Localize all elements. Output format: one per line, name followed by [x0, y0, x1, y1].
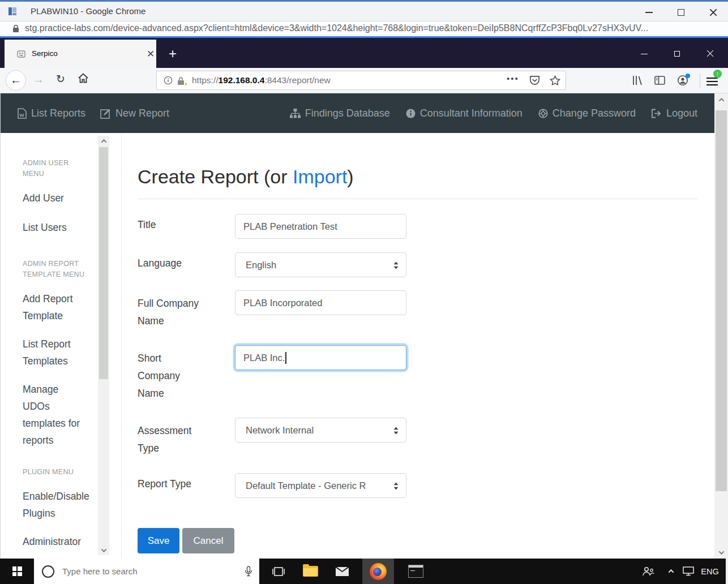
- cortana-icon[interactable]: [42, 565, 54, 578]
- sidebar-item-enable-disable-plugins[interactable]: Enable/Disable Plugins: [23, 488, 83, 522]
- report-type-label: Report Type: [138, 475, 201, 493]
- scroll-thumb[interactable]: [716, 110, 727, 491]
- sidebar-item-manage-udos[interactable]: Manage UDOs templates for reports: [23, 381, 83, 449]
- short-company-label: Short Company Name: [138, 350, 201, 402]
- start-button[interactable]: [0, 559, 34, 584]
- nav-logout[interactable]: Logout: [652, 108, 697, 119]
- tray-expand-button[interactable]: [661, 559, 680, 584]
- language-select[interactable]: English: [235, 252, 406, 277]
- sidebar-item-list-users[interactable]: List Users: [23, 219, 83, 236]
- remote-app-icon: [8, 7, 17, 16]
- bookmark-star-icon[interactable]: [550, 75, 560, 85]
- tab-title: Serpico: [32, 49, 58, 58]
- nav-consultant-information[interactable]: Consultant Information: [406, 108, 523, 119]
- chrome-close-button[interactable]: [705, 5, 722, 20]
- firefox-taskbar-button[interactable]: [362, 559, 394, 584]
- language-label: Language: [138, 255, 201, 272]
- pocket-icon[interactable]: [529, 75, 540, 85]
- people-button[interactable]: [636, 559, 660, 584]
- nav-change-password-label: Change Password: [553, 108, 636, 119]
- back-button[interactable]: ←: [6, 70, 26, 91]
- sidebar-toggle-icon[interactable]: [654, 76, 665, 85]
- form-actions: SaveCancel: [138, 528, 234, 553]
- chrome-minimize-button[interactable]: [640, 5, 657, 20]
- firefox-tab-serpico[interactable]: Serpico ✕: [5, 40, 156, 70]
- nav-list-reports-label: List Reports: [31, 108, 85, 119]
- serpico-body: ADMIN USER MENU Add User List Users ADMI…: [5, 133, 714, 559]
- hamburger-menu-icon[interactable]: ↑: [706, 75, 718, 88]
- cancel-button[interactable]: Cancel: [182, 528, 234, 553]
- home-button[interactable]: [78, 73, 89, 83]
- nav-findings-database[interactable]: Findings Database: [290, 108, 390, 119]
- assessment-type-label: Assessment Type: [138, 422, 201, 457]
- sidebar-scroll-down-arrow[interactable]: [98, 545, 109, 555]
- sidebar-item-administrator[interactable]: Administrator: [23, 533, 83, 550]
- windows-logo-icon: [12, 566, 22, 576]
- nav-new-report[interactable]: New Report: [100, 108, 169, 119]
- firefox-url-bar[interactable]: https://192.168.0.4:8443/report/new •••: [156, 71, 566, 90]
- network-display-icon: [682, 566, 695, 576]
- sidebar-scrollbar[interactable]: [98, 136, 109, 555]
- select-arrows-icon: [393, 482, 399, 491]
- page-title: Create Report (or Import): [138, 166, 354, 188]
- chrome-url-text[interactable]: stg.practice-labs.com/device-advanced.as…: [25, 23, 648, 33]
- select-arrows-icon: [393, 426, 399, 435]
- new-tab-button[interactable]: +: [163, 45, 182, 64]
- nav-change-password[interactable]: Change Password: [538, 108, 636, 119]
- firefox-restore-button[interactable]: [668, 46, 686, 62]
- serpico-navbar: List Reports New Report Findings Databas…: [1, 93, 714, 133]
- full-company-input[interactable]: [235, 290, 406, 315]
- page-scrollbar[interactable]: [714, 93, 728, 559]
- sidebar-item-add-user[interactable]: Add User: [23, 190, 83, 207]
- page-actions-icon[interactable]: •••: [507, 74, 519, 83]
- language-select-value: English: [243, 260, 276, 270]
- report-type-select[interactable]: Default Template - Generic R: [235, 473, 406, 498]
- sidebar-header-admin-report-template: ADMIN REPORT TEMPLATE MENU: [23, 259, 89, 280]
- scroll-up-arrow[interactable]: [714, 93, 728, 106]
- firefox-minimize-button[interactable]: [635, 46, 653, 62]
- sidebar-scroll-thumb[interactable]: [99, 147, 108, 379]
- url-text[interactable]: https://192.168.0.4:8443/report/new: [192, 75, 331, 85]
- title-input[interactable]: [235, 214, 406, 239]
- sidebar-item-add-report-template[interactable]: Add Report Template: [23, 290, 83, 324]
- sidebar-scroll-up-arrow[interactable]: [98, 136, 109, 146]
- command-prompt-button[interactable]: [401, 559, 430, 584]
- sidebar-header-plugin-menu: PLUGIN MENU: [23, 467, 89, 478]
- language-indicator[interactable]: ENG: [697, 559, 722, 584]
- search-input[interactable]: [62, 566, 245, 576]
- update-badge-icon: ↑: [713, 70, 722, 78]
- library-icon[interactable]: [632, 75, 643, 85]
- task-view-button[interactable]: [265, 559, 292, 584]
- microphone-icon[interactable]: [245, 566, 252, 577]
- mixed-content-lock-icon[interactable]: [177, 76, 188, 85]
- nav-list-reports[interactable]: List Reports: [18, 108, 85, 119]
- assessment-type-select[interactable]: Network Internal: [235, 418, 406, 443]
- secure-lock-icon[interactable]: [12, 24, 19, 33]
- chrome-address-bar[interactable]: stg.practice-labs.com/device-advanced.as…: [0, 22, 728, 36]
- taskbar-search[interactable]: [34, 559, 259, 584]
- file-explorer-button[interactable]: [297, 559, 324, 584]
- logout-icon: [652, 109, 662, 118]
- network-button[interactable]: [678, 559, 699, 584]
- chrome-maximize-button[interactable]: [673, 5, 690, 20]
- nav-logout-label: Logout: [666, 108, 697, 119]
- mail-button[interactable]: [328, 559, 356, 584]
- toolbar-separator: [700, 74, 700, 88]
- reload-button[interactable]: ↻: [56, 72, 65, 85]
- scroll-down-arrow[interactable]: [714, 546, 728, 559]
- sidebar-item-list-report-templates[interactable]: List Report Templates: [23, 336, 83, 370]
- mail-icon: [335, 566, 349, 577]
- page-info-icon[interactable]: [164, 76, 173, 85]
- account-icon[interactable]: [677, 75, 688, 86]
- account-presence-dot: [686, 74, 690, 78]
- page-title-prefix: Create Report (or: [138, 166, 293, 187]
- firefox-close-button[interactable]: [701, 46, 719, 62]
- tab-close-icon[interactable]: ✕: [143, 47, 158, 62]
- sitemap-icon: [290, 109, 301, 118]
- assessment-type-value: Network Internal: [243, 425, 314, 436]
- short-company-input[interactable]: PLAB Inc.: [235, 345, 406, 370]
- host-scrollbar-sliver: [726, 559, 728, 584]
- save-button[interactable]: Save: [138, 528, 179, 553]
- forward-button[interactable]: →: [33, 73, 44, 86]
- import-link[interactable]: Import: [293, 166, 347, 187]
